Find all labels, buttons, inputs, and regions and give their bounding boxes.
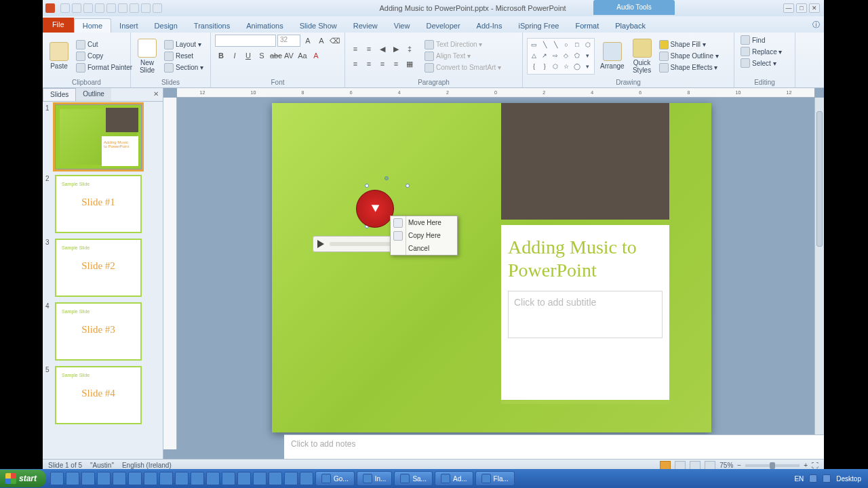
qat-btn[interactable] <box>130 3 139 13</box>
tray-desktop[interactable]: Desktop <box>836 475 861 483</box>
tab-ispring[interactable]: iSpring Free <box>511 19 568 33</box>
grow-font-button[interactable]: A <box>302 35 314 47</box>
tab-review[interactable]: Review <box>345 19 386 33</box>
align-left-button[interactable]: ≡ <box>349 58 361 70</box>
zoom-thumb[interactable] <box>770 462 775 469</box>
underline-button[interactable]: U <box>242 49 254 62</box>
maximize-button[interactable]: □ <box>796 3 807 13</box>
tab-playback[interactable]: Playback <box>607 19 654 33</box>
ql-icon[interactable] <box>284 472 298 485</box>
thumb-3[interactable]: 3 Sample SlideSlide #2 <box>45 239 160 297</box>
ql-icon[interactable] <box>97 472 111 485</box>
thumb-4[interactable]: 4 Sample SlideSlide #3 <box>45 302 160 361</box>
ql-icon[interactable] <box>66 472 79 485</box>
tab-home[interactable]: Home <box>74 18 111 33</box>
tray-lang[interactable]: EN <box>794 475 804 483</box>
increase-indent-button[interactable]: ▶ <box>390 43 402 55</box>
tray-icon[interactable] <box>823 474 831 483</box>
quick-styles-button[interactable]: Quick Styles <box>630 37 654 75</box>
font-color-button[interactable]: A <box>310 49 322 62</box>
qat-btn[interactable] <box>95 3 104 13</box>
tab-addins[interactable]: Add-Ins <box>469 19 511 33</box>
ql-icon[interactable] <box>113 472 126 485</box>
ql-icon[interactable] <box>144 472 157 485</box>
line-spacing-button[interactable]: ‡ <box>403 43 416 55</box>
help-icon[interactable]: ⓘ <box>808 17 824 33</box>
ql-icon[interactable] <box>159 472 173 485</box>
align-text-button[interactable]: Align Text ▾ <box>422 51 503 62</box>
tab-view[interactable]: View <box>386 19 418 33</box>
qat-undo-icon[interactable] <box>72 3 81 13</box>
strike-button[interactable]: abc <box>269 49 281 62</box>
spacing-button[interactable]: AV <box>283 49 295 62</box>
minimize-button[interactable]: — <box>783 3 794 13</box>
taskbar-app[interactable]: Fla... <box>475 471 515 486</box>
ql-icon[interactable] <box>206 472 220 485</box>
shape-fill-button[interactable]: Shape Fill ▾ <box>657 39 721 50</box>
ql-icon[interactable] <box>50 472 64 485</box>
qat-btn[interactable] <box>153 3 162 13</box>
ql-icon[interactable] <box>81 472 95 485</box>
taskbar-app[interactable]: Sa... <box>394 471 433 486</box>
ql-icon[interactable] <box>222 472 235 485</box>
ql-icon[interactable] <box>269 472 282 485</box>
slide-title[interactable]: Adding Music to PowerPoint <box>508 236 663 281</box>
new-slide-button[interactable]: New Slide <box>135 37 159 75</box>
thumb-2[interactable]: 2 Sample SlideSlide #1 <box>45 175 160 233</box>
tab-insert[interactable]: Insert <box>111 19 146 33</box>
file-tab[interactable]: File <box>43 18 74 33</box>
font-size-input[interactable]: 32 <box>277 35 300 47</box>
tab-transitions[interactable]: Transitions <box>186 19 238 33</box>
notes-pane[interactable]: Click to add notes <box>284 434 824 459</box>
paste-button[interactable]: Paste <box>47 41 71 71</box>
ql-icon[interactable] <box>191 472 204 485</box>
shape-outline-button[interactable]: Shape Outline ▾ <box>657 51 721 62</box>
section-button[interactable]: Section ▾ <box>162 62 205 73</box>
language-status[interactable]: English (Ireland) <box>122 462 172 469</box>
font-family-input[interactable] <box>215 35 276 47</box>
qat-redo-icon[interactable] <box>83 3 93 13</box>
tab-slideshow[interactable]: Slide Show <box>292 19 345 33</box>
shape-effects-button[interactable]: Shape Effects ▾ <box>657 62 721 73</box>
align-center-button[interactable]: ≡ <box>363 58 375 70</box>
shrink-font-button[interactable]: A <box>315 35 328 47</box>
slide-image-placeholder[interactable] <box>501 103 669 220</box>
zoom-slider[interactable] <box>745 464 800 467</box>
slide-canvas[interactable]: Adding Music to PowerPoint Click to add … <box>272 103 711 432</box>
tray-icon[interactable] <box>809 474 817 483</box>
thumb-5[interactable]: 5 Sample SlideSlide #4 <box>45 366 160 424</box>
fit-button[interactable]: ⛶ <box>812 462 818 469</box>
ctx-copy-here[interactable]: Copy Here <box>391 229 457 242</box>
bold-button[interactable]: B <box>215 49 227 62</box>
numbering-button[interactable]: ≡ <box>363 43 375 55</box>
case-button[interactable]: Aa <box>296 49 309 62</box>
decrease-indent-button[interactable]: ◀ <box>376 43 389 55</box>
tab-developer[interactable]: Developer <box>418 19 468 33</box>
cut-button[interactable]: Cut <box>74 39 134 50</box>
qat-btn[interactable] <box>106 3 116 13</box>
zoom-level[interactable]: 75% <box>719 462 733 469</box>
tab-format[interactable]: Format <box>567 19 607 33</box>
ql-icon[interactable] <box>300 472 313 485</box>
tab-animations[interactable]: Animations <box>238 19 291 33</box>
taskbar-app[interactable]: Go... <box>315 471 355 486</box>
qat-btn[interactable] <box>118 3 127 13</box>
format-painter-button[interactable]: Format Painter <box>74 62 134 73</box>
tab-design[interactable]: Design <box>146 19 186 33</box>
reset-button[interactable]: Reset <box>162 51 205 62</box>
outline-tab[interactable]: Outline <box>76 88 111 101</box>
panel-close-icon[interactable]: ✕ <box>149 88 163 101</box>
find-button[interactable]: Find <box>738 35 767 45</box>
ql-icon[interactable] <box>237 472 251 485</box>
close-button[interactable]: ✕ <box>809 3 820 13</box>
layout-button[interactable]: Layout ▾ <box>162 39 205 50</box>
select-button[interactable]: Select ▾ <box>738 58 778 68</box>
zoom-out-button[interactable]: − <box>737 462 741 469</box>
ql-icon[interactable] <box>128 472 142 485</box>
scrollbar-thumb[interactable] <box>816 111 823 247</box>
copy-button[interactable]: Copy <box>74 51 134 62</box>
clear-format-button[interactable]: ⌫ <box>329 35 341 47</box>
slide-subtitle-placeholder[interactable]: Click to add subtitle <box>508 291 663 338</box>
columns-button[interactable]: ▦ <box>403 58 416 70</box>
play-icon[interactable] <box>317 240 324 248</box>
